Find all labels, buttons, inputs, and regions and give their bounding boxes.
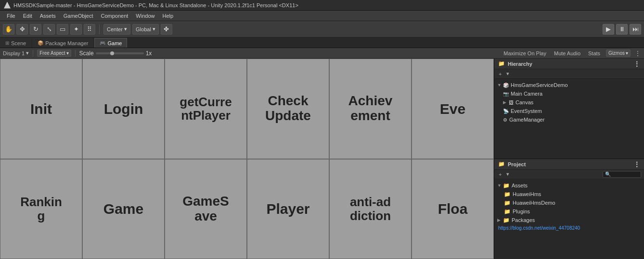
menu-bar: File Edit Assets GameObject Component Wi… xyxy=(0,11,644,21)
right-panel: 📁 Hierarchy ⋮ + ▾ ▼ 🎲 HmsGameServiceDemo… xyxy=(494,59,644,259)
project-search-input[interactable] xyxy=(603,171,641,178)
project-more-btn[interactable]: ⋮ xyxy=(633,160,640,168)
packages-expand-arrow[interactable]: ▶ xyxy=(497,218,502,222)
tab-game[interactable]: 🎮 Game xyxy=(94,38,127,48)
game-viewport: Init Login getCurrentPlayer CheckUpdate … xyxy=(0,59,494,259)
huaweihmsdemo-folder-icon: 📁 xyxy=(504,200,511,206)
aspect-dropdown[interactable]: Free Aspect ▾ xyxy=(37,49,71,57)
hierarchy-dropdown-btn[interactable]: ▾ xyxy=(505,71,511,77)
hierarchy-add-btn[interactable]: + xyxy=(497,71,503,77)
project-dropdown-btn[interactable]: ▾ xyxy=(505,171,511,177)
gizmos-dropdown-icon: ▾ xyxy=(626,50,628,56)
project-huaweihms-item[interactable]: 📁 HuaweiHms xyxy=(494,190,644,198)
btn-ranking[interactable]: Ranking xyxy=(0,159,82,259)
center-label: Center xyxy=(107,26,123,32)
hierarchy-toolbar: + ▾ xyxy=(494,69,644,79)
btn-float[interactable]: Floa xyxy=(412,159,494,259)
menu-file[interactable]: File xyxy=(3,11,19,21)
main-camera-label: Main Camera xyxy=(511,91,542,97)
plugins-label: Plugins xyxy=(513,209,530,214)
menu-assets[interactable]: Assets xyxy=(36,11,60,21)
hierarchy-more-btn[interactable]: ⋮ xyxy=(633,60,640,68)
btn-init[interactable]: Init xyxy=(0,59,82,159)
project-assets-item[interactable]: ▼ 📁 Assets xyxy=(494,181,644,190)
step-btn[interactable]: ⏭ xyxy=(630,24,641,35)
huaweihmsdemo-label: HuaweiHmsDemo xyxy=(513,200,555,206)
more-options-btn[interactable]: ⋮ xyxy=(634,49,641,57)
scale-tool-btn[interactable]: ⤡ xyxy=(43,24,55,35)
btn-gamesave[interactable]: GameSave xyxy=(165,159,247,259)
gamemanager-icon: ⚙ xyxy=(503,117,507,123)
scale-slider-thumb[interactable] xyxy=(110,51,114,55)
btn-event[interactable]: Eve xyxy=(412,59,494,159)
canvas-icon: 🖼 xyxy=(509,100,514,105)
stats-btn[interactable]: Stats xyxy=(586,50,602,56)
btn-achievement[interactable]: Achievement xyxy=(329,59,412,159)
package-tab-label: Package Manager xyxy=(45,40,88,46)
btn-login[interactable]: Login xyxy=(82,59,165,159)
game-manager-label: GameManager xyxy=(509,117,544,123)
assets-folder-icon: 📁 xyxy=(503,183,510,189)
hierarchy-event-system[interactable]: 📡 EventSystem xyxy=(494,107,644,115)
mute-btn[interactable]: Mute Audio xyxy=(552,50,582,56)
assets-expand-arrow[interactable]: ▼ xyxy=(497,183,502,188)
hierarchy-folder-icon: 📁 xyxy=(498,61,505,67)
project-packages-item[interactable]: ▶ 📁 Packages xyxy=(494,216,644,224)
project-add-btn[interactable]: + xyxy=(497,172,503,177)
global-btn[interactable]: Global ▾ xyxy=(132,24,159,35)
extra-tool-btn[interactable]: ✤ xyxy=(161,24,172,35)
center-btn[interactable]: Center ▾ xyxy=(103,24,130,35)
btn-check-update[interactable]: CheckUpdate xyxy=(247,59,329,159)
maximize-btn[interactable]: Maximize On Play xyxy=(502,50,548,56)
canvas-expand-arrow[interactable]: ▶ xyxy=(503,100,508,105)
plugins-folder-icon: 📁 xyxy=(504,209,511,215)
menu-gameobject[interactable]: GameObject xyxy=(60,11,97,21)
rect-tool-btn[interactable]: ▭ xyxy=(57,24,68,35)
menu-window[interactable]: Window xyxy=(132,11,158,21)
main-area: Init Login getCurrentPlayer CheckUpdate … xyxy=(0,59,644,259)
hierarchy-main-camera[interactable]: 📷 Main Camera xyxy=(494,89,644,98)
pause-btn[interactable]: ⏸ xyxy=(616,24,628,35)
project-panel: 📁 Project ⋮ + ▾ ▼ 📁 Assets 📁 HuaweiHms xyxy=(494,159,644,259)
display-label: Display 1 xyxy=(3,50,25,56)
hand-tool-btn[interactable]: ✋ xyxy=(3,24,14,35)
hierarchy-game-manager[interactable]: ⚙ GameManager xyxy=(494,115,644,124)
btn-anti-addiction[interactable]: anti-addiction xyxy=(329,159,412,259)
move-tool-btn[interactable]: ✥ xyxy=(16,24,28,35)
project-tree: ▼ 📁 Assets 📁 HuaweiHms 📁 HuaweiHmsDemo 📁… xyxy=(494,179,644,259)
menu-help[interactable]: Help xyxy=(158,11,177,21)
package-tab-icon: 📦 xyxy=(38,40,43,46)
project-link[interactable]: https://blog.csdn.net/weixin_44708240 xyxy=(494,224,644,232)
root-gameobj-icon: 🎲 xyxy=(503,83,509,88)
title-text: HMSSDKSample-master - HmsGameServiceDemo… xyxy=(13,2,298,8)
hierarchy-title: Hierarchy xyxy=(508,61,532,67)
hierarchy-canvas[interactable]: ▶ 🖼 Canvas xyxy=(494,98,644,107)
hierarchy-root-item[interactable]: ▼ 🎲 HmsGameServiceDemo xyxy=(494,81,644,89)
custom-tool-btn[interactable]: ⠿ xyxy=(84,24,95,35)
transform-tool-btn[interactable]: ✦ xyxy=(70,24,82,35)
btn-game[interactable]: Game xyxy=(82,159,165,259)
menu-edit[interactable]: Edit xyxy=(19,11,36,21)
root-expand-arrow[interactable]: ▼ xyxy=(497,83,502,87)
game-toolbar: Display 1 ▾ Free Aspect ▾ Scale 1x Maxim… xyxy=(0,48,644,59)
tab-package-manager[interactable]: 📦 Package Manager xyxy=(32,38,93,48)
scale-label: Scale xyxy=(79,50,94,57)
packages-label: Packages xyxy=(512,217,535,223)
project-folder-icon: 📁 xyxy=(498,161,505,167)
btn-player[interactable]: Player xyxy=(247,159,329,259)
game-tab-icon: 🎮 xyxy=(100,40,105,46)
display-dropdown[interactable]: Display 1 ▾ xyxy=(3,50,29,56)
play-btn[interactable]: ▶ xyxy=(603,24,614,35)
project-plugins-item[interactable]: 📁 Plugins xyxy=(494,207,644,216)
aspect-dropdown-icon: ▾ xyxy=(66,50,69,56)
packages-folder-icon: 📁 xyxy=(503,217,510,223)
main-toolbar: ✋ ✥ ↻ ⤡ ▭ ✦ ⠿ Center ▾ Global ▾ ✤ ▶ ⏸ ⏭ xyxy=(0,21,644,37)
rotate-tool-btn[interactable]: ↻ xyxy=(30,24,41,35)
tab-scene[interactable]: ⊞ Scene xyxy=(0,38,31,48)
scale-slider-track[interactable] xyxy=(96,52,144,54)
project-huaweihmsdemo-item[interactable]: 📁 HuaweiHmsDemo xyxy=(494,198,644,207)
menu-component[interactable]: Component xyxy=(97,11,132,21)
gizmos-dropdown[interactable]: Gizmos ▾ xyxy=(606,49,631,57)
btn-get-current-player[interactable]: getCurrentPlayer xyxy=(165,59,247,159)
gt-sep-2 xyxy=(75,50,76,57)
